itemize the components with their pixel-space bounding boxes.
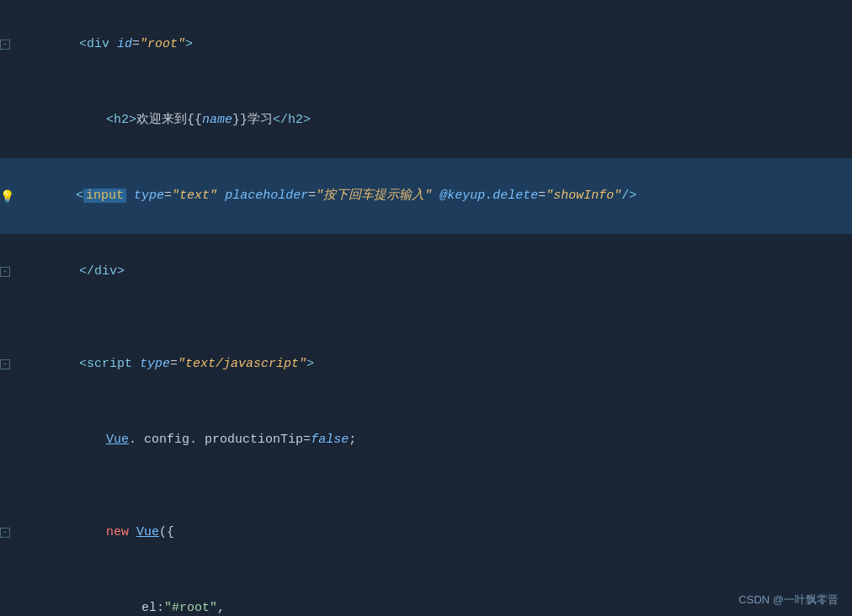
attr-id: id [117, 37, 132, 51]
watermark: CSDN @一叶飘零晋 [738, 592, 839, 608]
code-line-2: <h2>欢迎来到{{name}}学习</h2> [0, 82, 852, 158]
line-content-2: <h2>欢迎来到{{name}}学习</h2> [24, 82, 311, 158]
el-val: "#root" [164, 601, 217, 615]
h2-text: 欢迎来到 [136, 113, 187, 127]
code-line-8 [0, 478, 852, 495]
placeholder-val: "按下回车提示输入" [316, 189, 432, 203]
mustache-close: }} [232, 113, 248, 127]
eq: = [132, 37, 140, 51]
type-attr: type [134, 189, 164, 203]
el-prop: el [141, 601, 157, 615]
placeholder-attr: placeholder [225, 189, 308, 203]
paren-open: ({ [159, 525, 174, 539]
comma1: , [217, 601, 225, 615]
space [126, 189, 134, 203]
prod-tip: productionTip [205, 433, 303, 447]
dot1: . [129, 433, 144, 447]
input-tag: input [83, 189, 126, 203]
h2-text2: 学习 [248, 113, 273, 127]
semi: ; [349, 433, 356, 447]
fold-icon-9[interactable]: - [0, 528, 10, 538]
line-content-7: Vue. config. productionTip=false; [24, 402, 356, 478]
show-info-val: "showInfo" [546, 189, 621, 203]
script-type: "text/javascript" [178, 357, 306, 371]
fold-icon-1[interactable]: - [0, 40, 10, 50]
script-gt: > [306, 357, 314, 371]
false-kw: false [311, 433, 349, 447]
line-content-9: new Vue({ [24, 495, 174, 571]
vue-class: Vue [106, 433, 129, 447]
gutter-9: - [0, 528, 24, 538]
name-var: name [202, 113, 232, 127]
fold-icon-4[interactable]: - [0, 267, 10, 277]
line-content-10: el:"#root", [24, 571, 225, 616]
h2-open: <h2> [106, 113, 136, 127]
code-line-1: - <div id="root"> [0, 7, 852, 82]
vue-class2: Vue [136, 525, 159, 539]
code-line-10: el:"#root", [0, 571, 852, 616]
mustache-open: {{ [187, 113, 202, 127]
bulb-icon: 💡 [0, 189, 14, 204]
div-close: </div> [79, 264, 125, 279]
script-open: <script [79, 357, 140, 371]
gutter-6: - [0, 359, 24, 369]
code-line-6: - <script type="text/javascript"> [0, 327, 852, 402]
self-close: /> [621, 189, 636, 203]
config-prop: config [144, 433, 189, 447]
gutter-3: 💡 [0, 189, 24, 204]
line-content-1: <div id="root"> [24, 7, 193, 82]
eq2: = [164, 189, 172, 203]
tag-close-bracket: > [185, 37, 193, 51]
eq6: = [303, 433, 311, 447]
code-line-4: - </div> [0, 234, 852, 310]
line-content-3: <input type="text" placeholder="按下回车提示输入… [24, 158, 852, 234]
space2 [217, 189, 225, 203]
code-line-7: Vue. config. productionTip=false; [0, 402, 852, 478]
type-text: "text" [172, 189, 217, 203]
lt-bracket: < [76, 189, 83, 203]
eq5: = [170, 357, 178, 371]
code-line-3: 💡 <input type="text" placeholder="按下回车提示… [0, 158, 852, 234]
h2-close: </h2> [273, 113, 311, 127]
new-kw: new [106, 525, 136, 539]
code-line-5 [0, 310, 852, 327]
eq3: = [308, 189, 316, 203]
line-content-6: <script type="text/javascript"> [24, 327, 314, 402]
code-line-9: - new Vue({ [0, 495, 852, 571]
colon1: : [157, 601, 164, 615]
line-content-4: </div> [24, 234, 125, 310]
fold-icon-6[interactable]: - [0, 359, 10, 369]
tag-open: <div [79, 37, 117, 51]
space3 [432, 189, 439, 203]
code-editor: - <div id="root"> <h2>欢迎来到{{name}}学习</h2… [0, 0, 852, 616]
eq4: = [538, 189, 546, 203]
gutter-4: - [0, 267, 24, 277]
type-attr2: type [140, 357, 170, 371]
keyup-handler: @keyup.delete [439, 189, 538, 203]
attr-root: "root" [140, 37, 185, 51]
gutter-1: - [0, 40, 24, 50]
dot2: . [189, 433, 205, 447]
